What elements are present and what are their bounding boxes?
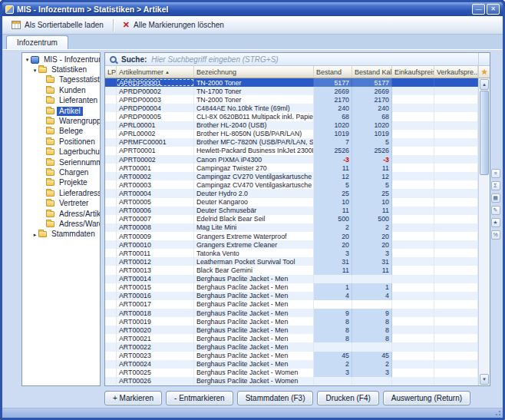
column-header-artikelnummer[interactable]: Artikelnummer▲ xyxy=(117,66,194,78)
drucken-f4-button[interactable]: Drucken (F4) xyxy=(317,391,378,405)
column-header-bestand[interactable]: Bestand xyxy=(314,66,352,78)
tree-expanded-icon[interactable]: ▾ xyxy=(24,56,31,63)
tree-item-tagesstatistik[interactable]: Tagesstatistik xyxy=(22,75,100,85)
cell-lp xyxy=(105,342,117,351)
table-row[interactable]: ART00018Berghaus Paclite Jacket - Men99 xyxy=(105,309,478,317)
grid-icon[interactable]: ▦ xyxy=(491,193,500,203)
tab-infozentrum[interactable]: Infozentrum xyxy=(6,35,68,49)
table-row[interactable]: APRDP00003TN-2000 Toner21702170 xyxy=(105,95,478,104)
table-row[interactable]: ART00001Campingaz Twister 2701111 xyxy=(105,164,478,172)
cell-einkaufspreis xyxy=(392,155,434,164)
table-row[interactable]: ART00006Deuter Schmusebär1111 xyxy=(105,207,478,215)
table-row[interactable]: ART00022Berghaus Paclite Jacket - Men xyxy=(105,342,478,351)
table-row[interactable]: ART00023Berghaus Paclite Jacket - Men454… xyxy=(105,352,478,360)
tree-expanded-icon[interactable]: ▾ xyxy=(31,67,38,74)
table-row[interactable]: ART00017Berghaus Paclite Jacket - Men xyxy=(105,300,478,309)
cell-verkaufspreis xyxy=(434,215,478,223)
entmarkieren-button[interactable]: - Entmarkieren xyxy=(166,391,233,405)
cell-lp xyxy=(105,87,117,95)
table-row[interactable]: APRT00002Canon PIXMA iP4300-3-3 xyxy=(105,155,478,164)
cell-artikelnummer: ART00003 xyxy=(117,180,194,189)
table-row[interactable]: APRL00002Brother HL-8050N (USB/PAR/LAN)1… xyxy=(105,130,478,138)
table-row[interactable]: APRDP00005CLI-8X 0620B011 Multipack inkl… xyxy=(105,112,478,121)
table-row[interactable]: ART00024Berghaus Paclite Jacket - Men22 xyxy=(105,360,478,369)
load-sort-table-button[interactable]: Als Sortiertabelle laden xyxy=(7,19,108,31)
search-input[interactable] xyxy=(151,55,474,64)
table-row[interactable]: APRDP00002TN-1700 Toner26692669 xyxy=(105,87,478,95)
table-row[interactable]: ART00010Grangers Extreme Cleaner2020 xyxy=(105,240,478,249)
table-row[interactable]: ART00003Campingaz CV470 Ventilgaskartusc… xyxy=(105,180,478,189)
table-row[interactable]: ART00020Berghaus Paclite Jacket - Men88 xyxy=(105,326,478,334)
cell-verkaufspreis xyxy=(434,223,478,232)
scrollbar-thumb[interactable] xyxy=(480,91,489,175)
tree-collapsed-icon[interactable]: ▸ xyxy=(31,231,38,238)
cell-artikelnummer: ART00009 xyxy=(117,232,194,240)
tree-item-lagerbuchungen[interactable]: Lagerbuchungen xyxy=(22,147,100,157)
column-header-bezeichnung[interactable]: Bezeichnung xyxy=(194,66,314,78)
cell-lp xyxy=(105,317,117,326)
clear-marks-button[interactable]: ✕ Alle Markierungen löschen xyxy=(118,19,229,31)
tree-item-seriennummern[interactable]: Seriennummern xyxy=(22,157,100,167)
table-row[interactable]: APRMFC00001Brother MFC-7820N (USB/PAR/LA… xyxy=(105,138,478,147)
tree-item-positionen[interactable]: Positionen xyxy=(22,137,100,147)
cell-einkaufspreis xyxy=(392,104,434,112)
favorite-icon[interactable]: ★ xyxy=(491,218,500,227)
folder-icon xyxy=(46,149,54,155)
column-header-lp[interactable]: LP xyxy=(105,66,117,78)
table-row[interactable]: ART00009Grangers Extreme Waterproof2020 xyxy=(105,232,478,240)
table-row[interactable]: ART00011Tatonka Vento33 xyxy=(105,249,478,257)
table-row[interactable]: ART00005Deuter Kangaroo1010 xyxy=(105,198,478,207)
tree-item-statistiken[interactable]: ▾Statistiken xyxy=(22,64,100,74)
stammdaten-f3-button[interactable]: Stammdaten (F3) xyxy=(237,391,314,405)
table-row[interactable]: ART00021Berghaus Paclite Jacket - Men88 xyxy=(105,334,478,342)
table-row[interactable]: APRDP00004C4844AE No.10bk Tinte (69ml)24… xyxy=(105,104,478,112)
scroll-up-icon[interactable]: ▲ xyxy=(480,79,489,90)
tree-item-lieferanten[interactable]: Lieferanten xyxy=(22,96,100,106)
vertical-scrollbar[interactable]: ▲ ▼ xyxy=(478,53,490,385)
table-row[interactable]: ART00007Edelrid Black Bear Seil500500 xyxy=(105,215,478,223)
list-icon[interactable]: ≡ xyxy=(491,169,500,178)
column-header-bestand_kalk[interactable]: Bestand Kalk... xyxy=(352,66,392,78)
table-row[interactable]: APRT00001Hewlett-Packard Business InkJet… xyxy=(105,147,478,155)
sum-icon[interactable]: Σ xyxy=(491,181,500,190)
table-row[interactable]: ART00025Berghaus Paclite Jacket - Women3… xyxy=(105,369,478,377)
table-row[interactable]: ART00013Black Bear Gemini1111 xyxy=(105,266,478,274)
tree-item-stammdaten[interactable]: ▸Stammdaten xyxy=(22,230,100,240)
table-row[interactable]: ART00026Berghaus Paclite Jacket - Women xyxy=(105,377,478,385)
table-row[interactable]: ART00015Berghaus Paclite Jacket - Men11 xyxy=(105,283,478,292)
scrollbar-track[interactable] xyxy=(480,91,489,373)
scroll-down-icon[interactable]: ▼ xyxy=(480,374,489,385)
close-button[interactable]: ✕ xyxy=(487,4,500,15)
minimize-button[interactable]: — xyxy=(472,4,485,15)
table-row[interactable]: ART00012Leatherman Pocket Survival Tool3… xyxy=(105,257,478,266)
tree-item-kunden[interactable]: Kunden xyxy=(22,85,100,95)
percent-icon[interactable]: % xyxy=(491,230,500,240)
tree-item-adress-artikel[interactable]: Adress/Artikel xyxy=(22,209,100,219)
table-row[interactable]: ART00002Campingaz CV270 Ventilgaskartusc… xyxy=(105,172,478,180)
cell-verkaufspreis xyxy=(434,198,478,207)
tree-item-mis-infozentrum[interactable]: ▾MIS - Infozentrum xyxy=(22,55,100,64)
table-row[interactable]: APRDP00001TN-2000 Toner51775177 xyxy=(105,78,478,87)
table-row[interactable]: ART00008Mag Lite Mini22 xyxy=(105,223,478,232)
table-row[interactable]: ART00016Berghaus Paclite Jacket - Men44 xyxy=(105,292,478,300)
column-header-verkaufspreis[interactable]: Verkaufspre... xyxy=(434,66,478,78)
tree-item-artikel[interactable]: Artikel xyxy=(22,106,100,116)
tree-item-lieferadressen[interactable]: Lieferadressen xyxy=(22,188,100,198)
tree-item-belege[interactable]: Belege xyxy=(22,127,100,137)
table-row[interactable]: ART00019Berghaus Paclite Jacket - Men88 xyxy=(105,317,478,326)
tree-item-chargen[interactable]: Chargen xyxy=(22,167,100,177)
resize-grip-icon[interactable] xyxy=(499,414,500,415)
markieren-button[interactable]: + Markieren xyxy=(104,391,162,405)
table-row[interactable]: ART00004Deuter Hydro 2.02525 xyxy=(105,189,478,197)
tree-item-projekte[interactable]: Projekte xyxy=(22,178,100,188)
edit-icon[interactable]: ✎ xyxy=(491,206,500,215)
table-row[interactable]: ART00014Berghaus Paclite Jacket - Men xyxy=(105,275,478,283)
cell-verkaufspreis xyxy=(434,104,478,112)
tree-item-vertreter[interactable]: Vertreter xyxy=(22,198,100,208)
tree-item-adress-warengruppen[interactable]: Adress/Warengruppen xyxy=(22,219,100,229)
auswertung-return-button[interactable]: Auswertung (Return) xyxy=(383,391,470,405)
column-header-einkaufspreis[interactable]: Einkaufspreis... xyxy=(392,66,434,78)
column-chooser-button[interactable] xyxy=(479,66,490,78)
tree-item-warengruppen[interactable]: Warengruppen xyxy=(22,116,100,126)
table-row[interactable]: APRL00001Brother HL-2040 (USB)10201020 xyxy=(105,121,478,130)
